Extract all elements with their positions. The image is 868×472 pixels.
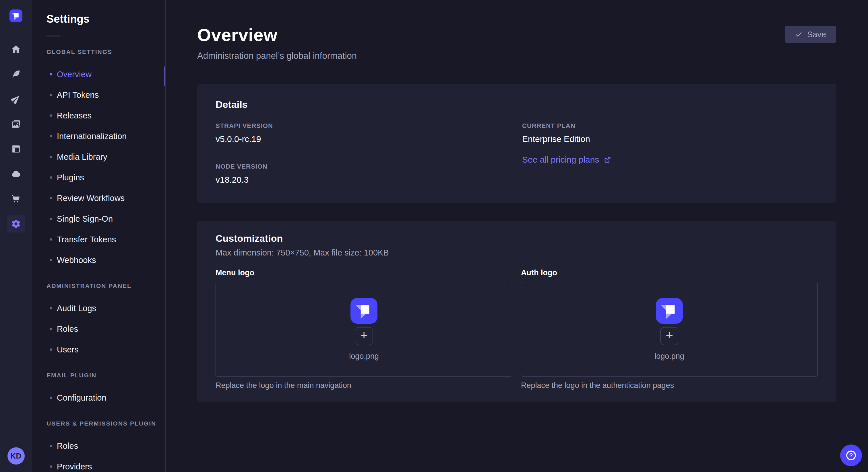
customization-card-subtitle: Max dimension: 750×750, Max file size: 1… (216, 248, 818, 258)
add-menu-logo-button[interactable]: + (355, 327, 373, 345)
question-mark-icon: ? (845, 449, 857, 462)
strapi-logo-icon[interactable] (9, 9, 22, 22)
subnav-item-internationalization[interactable]: Internationalization (32, 126, 165, 146)
auth-logo-field: Auth logo + logo.png Replace the logo in… (521, 268, 818, 390)
details-grid: STRAPI VERSION v5.0.0-rc.19 NODE VERSION… (216, 122, 818, 185)
bullet-icon (50, 238, 52, 241)
subnav-section-label: GLOBAL SETTINGS (46, 48, 165, 55)
bullet-icon (50, 114, 52, 117)
subnav-item-transfer-tokens[interactable]: Transfer Tokens (32, 229, 165, 250)
bullet-icon (50, 328, 52, 330)
subnav-item-single-sign-on[interactable]: Single Sign-On (32, 208, 165, 229)
menu-logo-caption: Replace the logo in the main navigation (216, 381, 513, 390)
field-label: CURRENT PLAN (522, 122, 818, 130)
check-icon (795, 31, 803, 38)
field-value: v18.20.3 (216, 175, 522, 185)
subnav-section: ADMINISTRATION PANEL Audit Logs Roles Us… (32, 282, 165, 360)
bullet-icon (50, 94, 52, 96)
logo-uploads: Menu logo + logo.png Replace the logo in… (216, 268, 818, 390)
bullet-icon (50, 176, 52, 179)
settings-gear-icon[interactable] (7, 215, 25, 233)
subnav-section: GLOBAL SETTINGS Overview API Tokens Rele… (32, 48, 165, 270)
page-header: Overview Administration panel’s global i… (197, 0, 836, 61)
subnav-item-label: Single Sign-On (57, 214, 113, 224)
subnav-item-label: Audit Logs (57, 304, 96, 313)
subnav-item-releases[interactable]: Releases (32, 105, 165, 126)
subnav-item-roles[interactable]: Roles (32, 318, 165, 339)
layout-icon[interactable] (8, 141, 24, 157)
page-subtitle: Administration panel’s global informatio… (197, 51, 357, 61)
pricing-plans-link-label: See all pricing plans (522, 155, 599, 165)
subnav-item-label: Internationalization (57, 132, 127, 141)
field-label: NODE VERSION (216, 163, 522, 170)
menu-logo-filename: logo.png (349, 352, 379, 361)
subnav-item-label: Users (57, 345, 79, 355)
nav-rail: KD (0, 0, 32, 472)
subnav-item-label: Configuration (57, 393, 106, 403)
bullet-icon (50, 465, 52, 468)
details-card: Details STRAPI VERSION v5.0.0-rc.19 NODE… (197, 84, 836, 203)
page-title: Overview (197, 25, 357, 45)
media-library-icon[interactable] (8, 116, 24, 132)
customization-card: Customization Max dimension: 750×750, Ma… (197, 221, 836, 402)
subnav-item-audit-logs[interactable]: Audit Logs (32, 298, 165, 318)
bullet-icon (50, 445, 52, 447)
strapi-logo-preview (350, 298, 377, 324)
subnav-item-label: Media Library (57, 152, 107, 162)
subnav-item-list: Roles Providers (32, 436, 165, 472)
subnav-item-overview[interactable]: Overview (32, 64, 165, 85)
subnav-item-label: API Tokens (57, 90, 99, 100)
current-plan-field: CURRENT PLAN Enterprise Edition (522, 122, 818, 144)
menu-logo-dropzone[interactable]: + logo.png (216, 282, 513, 376)
subnav-item-label: Providers (57, 462, 92, 471)
user-avatar[interactable]: KD (7, 447, 25, 465)
add-auth-logo-button[interactable]: + (660, 327, 678, 345)
menu-logo-field: Menu logo + logo.png Replace the logo in… (216, 268, 513, 390)
bullet-icon (50, 217, 52, 220)
subnav-item-label: Overview (57, 70, 92, 79)
plus-icon: + (360, 329, 368, 341)
plus-icon: + (665, 329, 673, 341)
rail-brand-area (0, 0, 32, 33)
subnav-item-media-library[interactable]: Media Library (32, 146, 165, 167)
cloud-icon[interactable] (8, 166, 24, 182)
rail-icon-list (8, 41, 24, 232)
help-button[interactable]: ? (840, 444, 862, 466)
marketplace-cart-icon[interactable] (8, 191, 24, 207)
subnav-section-label: ADMINISTRATION PANEL (46, 282, 165, 289)
paper-plane-icon[interactable] (8, 91, 24, 107)
subnav-section: USERS & PERMISSIONS PLUGIN Roles Provide… (32, 420, 165, 472)
subnav-item-api-tokens[interactable]: API Tokens (32, 85, 165, 105)
menu-logo-label: Menu logo (216, 268, 513, 277)
subnav-item-users[interactable]: Users (32, 339, 165, 360)
subnav-item-label: Releases (57, 111, 92, 121)
feather-icon[interactable] (8, 66, 24, 82)
bullet-icon (50, 197, 52, 199)
subnav-item-roles[interactable]: Roles (32, 436, 165, 456)
subnav-item-webhooks[interactable]: Webhooks (32, 250, 165, 270)
rail-footer: KD (0, 440, 32, 472)
customization-card-title: Customization (216, 233, 818, 244)
bullet-icon (50, 73, 52, 75)
external-link-icon (603, 156, 611, 164)
subnav-item-review-workflows[interactable]: Review Workflows (32, 188, 165, 208)
subnav-item-label: Webhooks (57, 256, 96, 265)
auth-logo-dropzone[interactable]: + logo.png (521, 282, 818, 376)
save-button-label: Save (807, 30, 826, 39)
home-icon[interactable] (8, 41, 24, 57)
field-value: v5.0.0-rc.19 (216, 134, 522, 144)
svg-text:?: ? (849, 452, 853, 459)
subnav-section-label: EMAIL PLUGIN (46, 372, 165, 379)
subnav-item-configuration[interactable]: Configuration (32, 387, 165, 408)
strapi-version-field: STRAPI VERSION v5.0.0-rc.19 (216, 122, 522, 144)
app-root: KD Settings GLOBAL SETTINGS Overview API… (0, 0, 868, 472)
bullet-icon (50, 156, 52, 158)
bullet-icon (50, 307, 52, 309)
subnav-item-plugins[interactable]: Plugins (32, 167, 165, 188)
subnav-item-providers[interactable]: Providers (32, 456, 165, 472)
save-button[interactable]: Save (785, 26, 836, 43)
subnav-section: EMAIL PLUGIN Configuration (32, 372, 165, 408)
auth-logo-filename: logo.png (654, 352, 684, 361)
subnav-item-list: Overview API Tokens Releases Internation… (32, 64, 165, 270)
pricing-plans-link[interactable]: See all pricing plans (522, 155, 611, 165)
